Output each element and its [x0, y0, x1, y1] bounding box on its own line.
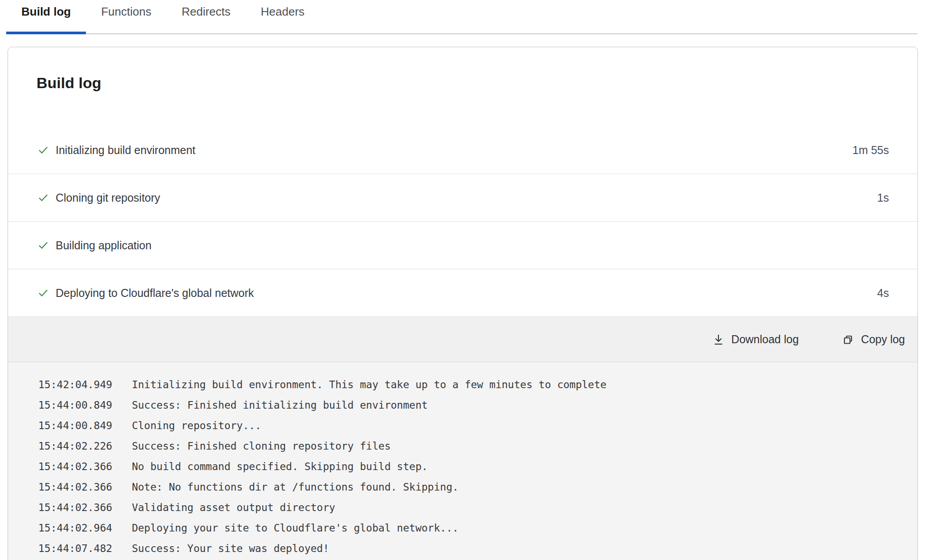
step-label: Building application — [56, 239, 151, 252]
log-message: Cloning repository... — [132, 415, 900, 436]
log-timestamp: 15:42:04.949 — [38, 374, 112, 395]
log-timestamp: 15:44:02.964 — [38, 518, 112, 538]
log-line: 15:44:00.849 Success: Finished initializ… — [38, 395, 900, 415]
step-duration: 4s — [877, 287, 889, 300]
log-timestamp: 15:44:00.849 — [38, 415, 112, 436]
log-line: 15:44:02.226 Success: Finished cloning r… — [38, 436, 900, 456]
log-timestamp: 15:44:02.226 — [38, 436, 112, 456]
log-timestamp: 15:44:02.366 — [38, 477, 112, 497]
log-line: 15:44:02.366 No build command specified.… — [38, 456, 900, 477]
log-message: Validating asset output directory — [132, 497, 900, 518]
log-timestamp: 15:44:02.366 — [38, 497, 112, 518]
page-title: Build log — [8, 47, 917, 93]
download-log-label: Download log — [731, 333, 799, 346]
tab-headers[interactable]: Headers — [246, 0, 320, 33]
log-message: Success: Finished cloning repository fil… — [132, 436, 900, 456]
check-icon — [37, 191, 50, 204]
check-icon — [37, 143, 50, 157]
tab-functions[interactable]: Functions — [86, 0, 166, 33]
build-log-card: Build log Initializing build environment… — [8, 47, 918, 560]
log-line: 15:42:04.949 Initializing build environm… — [38, 374, 900, 395]
copy-log-label: Copy log — [861, 333, 905, 346]
log-line: 15:44:07.482 Success: Your site was depl… — [38, 538, 900, 559]
log-message: Success: Finished initializing build env… — [132, 395, 900, 415]
step-label: Initializing build environment — [56, 144, 195, 157]
check-icon — [37, 286, 50, 300]
copy-log-button[interactable]: Copy log — [841, 333, 905, 346]
step-duration: 1m 55s — [852, 144, 889, 157]
tab-redirects[interactable]: Redirects — [166, 0, 246, 33]
deployment-detail-tabs: Build log Functions Redirects Headers — [6, 0, 917, 34]
log-timestamp: 15:44:02.366 — [38, 456, 112, 477]
log-message: Deploying your site to Cloudflare's glob… — [132, 518, 900, 538]
step-duration: 1s — [877, 191, 889, 204]
build-step-cloning[interactable]: Cloning git repository 1s — [8, 174, 917, 222]
log-toolbar: Download log Copy log — [8, 317, 917, 362]
step-label: Cloning git repository — [56, 191, 160, 204]
copy-icon — [841, 333, 855, 346]
log-message: Success: Your site was deployed! — [132, 538, 900, 559]
log-message: Initializing build environment. This may… — [132, 374, 900, 395]
build-step-deploying[interactable]: Deploying to Cloudflare's global network… — [8, 269, 917, 317]
tab-build-log[interactable]: Build log — [6, 0, 86, 33]
download-icon — [712, 333, 725, 346]
log-timestamp: 15:44:00.849 — [38, 395, 112, 415]
log-line: 15:44:00.849 Cloning repository... — [38, 415, 900, 436]
log-message: No build command specified. Skipping bui… — [132, 456, 900, 477]
log-line: 15:44:02.366 Note: No functions dir at /… — [38, 477, 900, 497]
log-line: 15:44:02.366 Validating asset output dir… — [38, 497, 900, 518]
check-icon — [37, 239, 50, 252]
log-message: Note: No functions dir at /functions fou… — [132, 477, 900, 497]
download-log-button[interactable]: Download log — [712, 333, 799, 346]
build-steps-list: Initializing build environment 1m 55s Cl… — [8, 126, 917, 317]
step-label: Deploying to Cloudflare's global network — [56, 287, 254, 300]
build-step-initializing[interactable]: Initializing build environment 1m 55s — [8, 126, 917, 174]
log-timestamp: 15:44:07.482 — [38, 538, 112, 559]
build-step-building[interactable]: Building application — [8, 222, 917, 269]
build-log-output[interactable]: 15:42:04.949 Initializing build environm… — [8, 362, 917, 560]
log-line: 15:44:02.964 Deploying your site to Clou… — [38, 518, 900, 538]
